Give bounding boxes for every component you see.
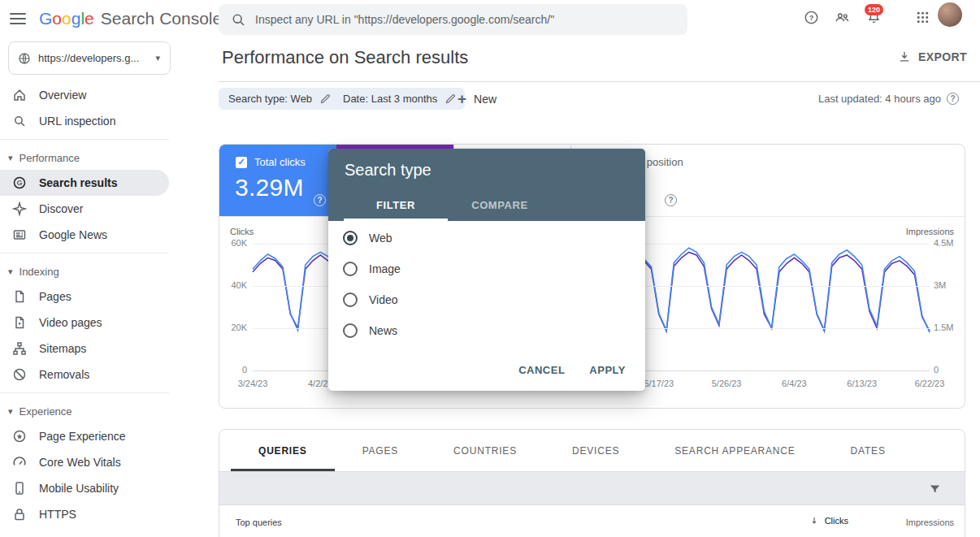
sidebar-item-discover[interactable]: Discover [0,196,219,222]
edit-pencil-icon [319,93,332,105]
checkbox-checked-icon[interactable]: ✓ [236,157,247,168]
user-settings-button[interactable] [830,5,854,29]
search-results-icon: G [11,175,28,191]
collapse-caret-icon: ▾ [8,407,13,416]
tab-filter[interactable]: FILTER [344,188,448,221]
svg-text:G: G [16,179,22,187]
section-label: Experience [20,405,72,418]
sidebar-item-core-web-vitals[interactable]: Core Web Vitals [0,449,219,475]
left-axis-tick: 40K [219,280,247,290]
sidebar-item-overview[interactable]: Overview [0,82,219,108]
help-circle-icon[interactable]: ? [314,194,326,206]
cancel-button[interactable]: CANCEL [518,364,565,376]
url-inspect-search-bar[interactable] [219,4,687,35]
radio-unselected-icon[interactable] [343,262,358,276]
help-circle-icon[interactable]: ? [947,93,959,105]
property-type-icon [17,51,32,66]
search-type-option-image[interactable]: Image [328,253,645,284]
tab-countries[interactable]: COUNTRIES [426,430,544,471]
apps-grid-icon [914,9,931,26]
search-type-dialog: Search type FILTER COMPARE WebImageVideo… [328,149,645,391]
option-label: Video [369,293,398,306]
card-label: Total clicks [254,156,306,168]
hamburger-menu-icon[interactable] [10,13,26,24]
sidebar-item-label: HTTPS [39,508,76,521]
removals-icon [11,366,28,383]
sidebar-item-removals[interactable]: Removals [0,362,219,388]
apply-button[interactable]: APPLY [589,364,626,376]
search-type-option-news[interactable]: News [328,315,645,346]
export-button[interactable]: EXPORT [897,45,967,68]
svg-text:?: ? [809,14,813,22]
search-type-chip[interactable]: Search type: Web [219,88,340,110]
tab-dates[interactable]: DATES [823,430,913,471]
sidebar-section-indexing[interactable]: ▾Indexing [0,259,219,284]
pages-icon [11,288,28,305]
sidebar-item-search-results[interactable]: GSearch results [0,170,169,196]
left-axis-label: Clicks [230,227,254,236]
sidebar-item-url-inspection[interactable]: URL inspection [0,108,219,134]
search-type-option-video[interactable]: Video [328,284,645,315]
date-range-chip[interactable]: Date: Last 3 months [333,88,465,110]
sidebar-item-label: Removals [39,368,89,381]
sidebar-item-https[interactable]: HTTPS [0,501,219,527]
radio-unselected-icon[interactable] [343,292,358,307]
option-label: Image [369,262,401,275]
property-url: https://developers.g... [38,52,149,64]
search-type-option-web[interactable]: Web [328,223,645,253]
search-icon [230,11,247,28]
filter-funnel-icon[interactable] [928,483,942,496]
app-logo[interactable]: GoogleSearch Console [39,8,222,29]
url-inspect-input[interactable] [255,13,676,26]
left-axis-tick: 60K [219,238,247,248]
radio-unselected-icon[interactable] [343,323,358,338]
notifications-count-badge: 120 [865,4,883,15]
new-label: New [474,93,497,106]
property-selector[interactable]: https://developers.g... ▾ [8,41,171,75]
chip-label: Search type: Web [228,93,312,105]
sidebar-item-label: Mobile Usability [39,482,119,495]
edit-pencil-icon [444,93,457,105]
tab-search-appearance[interactable]: SEARCH APPEARANCE [647,430,822,471]
section-label: Indexing [20,266,59,278]
sidebar-item-label: Search results [39,176,118,189]
left-axis-tick: 0 [219,365,247,375]
x-axis-tick: 6/22/23 [901,379,958,388]
account-avatar[interactable] [938,2,962,27]
tab-devices[interactable]: DEVICES [544,430,647,471]
sort-down-arrow-icon [809,515,820,526]
option-label: News [369,324,397,337]
plus-icon: + [457,91,466,106]
sidebar-section-performance[interactable]: ▾Performance [0,145,219,170]
tab-queries[interactable]: QUERIES [231,430,335,471]
google-apps-button[interactable] [910,5,934,29]
logo-letter: e [85,9,94,28]
table-header-row: Top queries Clicks Impressions [219,505,965,537]
tab-compare[interactable]: COMPARE [448,188,552,221]
sidebar-item-pages[interactable]: Pages [0,284,219,310]
page-experience-icon [11,428,28,444]
help-circle-icon[interactable]: ? [665,194,677,206]
sidebar-nav: OverviewURL inspection▾PerformanceGSearc… [0,82,219,527]
new-filter-button[interactable]: + New [457,88,497,110]
clicks-column-label: Clicks [825,516,848,526]
right-axis-tick: 3M [934,280,965,290]
column-header-clicks[interactable]: Clicks [809,515,848,526]
column-header-impressions[interactable]: Impressions [906,518,954,527]
dialog-footer: CANCEL APPLY [328,349,645,391]
sidebar-item-sitemaps[interactable]: Sitemaps [0,336,219,362]
sidebar-item-video-pages[interactable]: Video pages [0,310,219,336]
sidebar-item-google-news[interactable]: Google News [0,222,219,248]
radio-selected-icon[interactable] [343,231,358,245]
sidebar-section-experience[interactable]: ▾Experience [0,399,219,423]
sidebar-item-label: Google News [39,228,107,241]
right-axis-tick: 0 [934,365,965,375]
help-button[interactable]: ? [799,5,823,29]
https-icon [11,506,28,522]
column-header-top-queries[interactable]: Top queries [236,518,282,527]
sidebar-item-page-experience[interactable]: Page Experience [0,423,219,449]
sidebar-item-mobile-usability[interactable]: Mobile Usability [0,475,219,501]
total-clicks-card[interactable]: ✓ Total clicks 3.29M ? [219,145,336,216]
tab-pages[interactable]: PAGES [335,430,426,471]
inspect-icon [11,113,28,129]
